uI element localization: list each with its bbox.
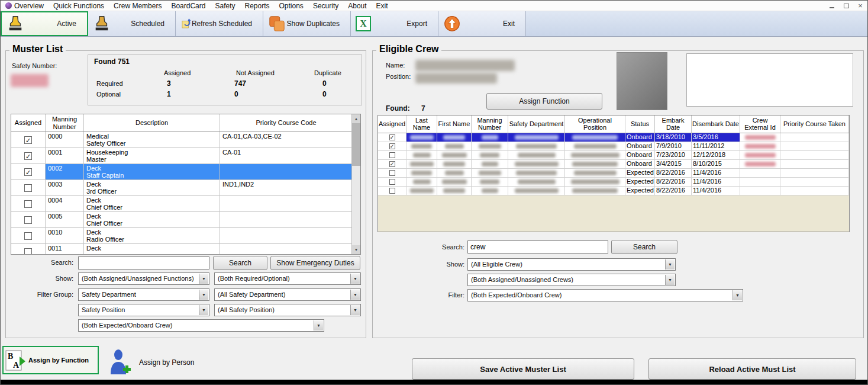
chevron-down-icon[interactable]: ▼ xyxy=(350,305,360,315)
reload-active-must-list-button[interactable]: Reload Active Must List xyxy=(648,358,856,380)
muster-row[interactable]: ✓0000MedicalSafety OfficerCA-01,CA-03,CE… xyxy=(11,132,353,148)
menu-item-reports[interactable]: Reports xyxy=(240,1,274,11)
menu-item-security[interactable]: Security xyxy=(308,1,343,11)
column-header-manning-number[interactable]: Manning Number xyxy=(46,114,84,131)
assign-function-button[interactable]: Assign Function xyxy=(486,93,602,110)
scroll-up-icon[interactable]: ▲ xyxy=(352,114,360,123)
minimize-button[interactable] xyxy=(825,1,839,11)
muster-search-input[interactable] xyxy=(78,256,209,270)
menu-item-crew-members[interactable]: Crew Members xyxy=(109,1,166,11)
chevron-down-icon[interactable]: ▼ xyxy=(199,305,208,315)
assigned-checkbox-cell[interactable] xyxy=(11,196,46,211)
assigned-checkbox-cell[interactable]: ✓ xyxy=(378,160,406,168)
chevron-down-icon[interactable]: ▼ xyxy=(199,290,208,300)
eligible-crew-row[interactable]: ✓Onboard3/4/20158/10/2015 xyxy=(378,160,849,169)
all-eligible-crew-dropdown[interactable]: (All Eligible Crew)▼ xyxy=(467,258,676,271)
assigned-unassigned-crews-dropdown[interactable]: (Both Assigned/Unassigned Crews)▼ xyxy=(467,274,676,286)
menu-item-options[interactable]: Options xyxy=(275,1,308,11)
column-header-manning-number[interactable]: Manning Number xyxy=(472,116,508,133)
muster-row[interactable]: 0003Deck3rd OfficerIND1,IND2 xyxy=(11,180,353,196)
muster-search-button[interactable]: Search xyxy=(213,256,267,270)
column-header-embark-date[interactable]: Embark Date xyxy=(655,116,692,133)
assigned-checkbox-cell[interactable]: ✓ xyxy=(11,148,46,163)
export-button[interactable]: X Export xyxy=(351,11,438,36)
column-header-first-name[interactable]: First Name xyxy=(437,116,472,133)
assigned-checkbox-cell[interactable] xyxy=(378,169,406,177)
column-header-disembark-date[interactable]: Disembark Date xyxy=(692,116,740,133)
show-duplicates-button[interactable]: Show Duplicates xyxy=(263,11,351,36)
chevron-down-icon[interactable]: ▼ xyxy=(350,274,360,284)
scrollbar-thumb[interactable] xyxy=(352,123,360,166)
eligible-search-input[interactable] xyxy=(467,240,608,254)
column-header-assigned[interactable]: Assigned xyxy=(378,116,406,133)
required-optional-dropdown[interactable]: (Both Required/Optional)▼ xyxy=(214,272,361,285)
assigned-checkbox-cell[interactable] xyxy=(11,180,46,195)
row-checkbox[interactable] xyxy=(24,248,32,255)
muster-row[interactable]: ✓0001HousekeepingMasterCA-01 xyxy=(11,148,353,164)
row-checkbox[interactable] xyxy=(389,188,395,194)
menu-item-about[interactable]: About xyxy=(343,1,371,11)
all-safety-department-dropdown[interactable]: (All Safety Department)▼ xyxy=(214,288,361,301)
safety-department-dropdown[interactable]: Safety Department▼ xyxy=(78,288,209,301)
row-checkbox[interactable]: ✓ xyxy=(24,136,32,144)
eligible-crew-row[interactable]: Expected8/22/201611/4/2016 xyxy=(378,178,849,187)
assigned-checkbox-cell[interactable]: ✓ xyxy=(11,132,46,147)
scheduled-button[interactable]: Scheduled xyxy=(88,11,176,36)
column-header-priority-course-code[interactable]: Priority Course Code xyxy=(220,114,353,131)
exit-button[interactable]: Exit xyxy=(438,11,526,36)
row-checkbox[interactable]: ✓ xyxy=(389,161,395,167)
menu-item-overview[interactable]: Overview xyxy=(1,1,49,11)
assigned-checkbox-cell[interactable]: ✓ xyxy=(11,164,46,179)
muster-row[interactable]: ✓0002DeckStaff Captain xyxy=(11,164,353,180)
assigned-checkbox-cell[interactable]: ✓ xyxy=(378,133,406,142)
eligible-expected-onboard-dropdown[interactable]: (Both Expected/Onboard Crew)▼ xyxy=(467,289,743,301)
column-header-operational-position[interactable]: Operational Position xyxy=(565,116,625,133)
show-functions-dropdown[interactable]: (Both Assigned/Unassigned Functions)▼ xyxy=(78,272,209,285)
eligible-search-button[interactable]: Search xyxy=(611,240,677,254)
row-checkbox[interactable] xyxy=(24,184,32,192)
assign-by-function-button[interactable]: B A Assign by Function xyxy=(2,346,99,374)
row-checkbox[interactable]: ✓ xyxy=(389,134,395,140)
row-checkbox[interactable] xyxy=(24,216,32,224)
maximize-button[interactable] xyxy=(839,1,853,11)
refresh-scheduled-button[interactable]: Refresh Scheduled xyxy=(176,11,263,36)
column-header-description[interactable]: Description xyxy=(84,114,220,131)
column-header-status[interactable]: Status xyxy=(625,116,655,133)
column-header-priority-course-taken[interactable]: Priority Course Taken xyxy=(780,116,849,133)
active-button[interactable]: Active xyxy=(1,11,88,36)
assigned-checkbox-cell[interactable] xyxy=(378,151,406,159)
chevron-down-icon[interactable]: ▼ xyxy=(733,290,742,300)
scroll-down-icon[interactable]: ▼ xyxy=(352,245,360,254)
safety-position-dropdown[interactable]: Safety Position▼ xyxy=(78,304,209,316)
show-emergency-duties-button[interactable]: Show Emergency Duties xyxy=(270,256,360,270)
menu-item-boardcard[interactable]: BoardCard xyxy=(166,1,210,11)
eligible-crew-row[interactable]: ✓Onboard3/18/20103/5/2016 xyxy=(378,133,849,142)
assigned-checkbox-cell[interactable] xyxy=(11,212,46,227)
muster-table-scrollbar[interactable]: ▲ ▼ xyxy=(351,114,360,254)
chevron-down-icon[interactable]: ▼ xyxy=(314,320,323,331)
chevron-down-icon[interactable]: ▼ xyxy=(665,259,675,270)
assigned-checkbox-cell[interactable]: ✓ xyxy=(378,142,406,150)
muster-row[interactable]: 0010DeckRadio Officer xyxy=(11,228,353,244)
row-checkbox[interactable]: ✓ xyxy=(24,168,32,176)
save-active-muster-list-button[interactable]: Save Active Muster List xyxy=(412,358,634,380)
row-checkbox[interactable]: ✓ xyxy=(389,143,395,149)
eligible-crew-row[interactable]: Expected8/22/201611/4/2016 xyxy=(378,169,849,178)
row-checkbox[interactable]: ✓ xyxy=(24,152,32,160)
row-checkbox[interactable] xyxy=(24,232,32,240)
column-header-crew-external-id[interactable]: Crew External Id xyxy=(740,116,780,133)
row-checkbox[interactable] xyxy=(389,170,395,176)
chevron-down-icon[interactable]: ▼ xyxy=(199,274,208,284)
assigned-checkbox-cell[interactable] xyxy=(11,244,46,255)
expected-onboard-dropdown[interactable]: (Both Expected/Onboard Crew)▼ xyxy=(78,319,324,332)
chevron-down-icon[interactable]: ▼ xyxy=(350,290,360,300)
eligible-crew-row[interactable]: ✓Onboard7/9/201011/11/2012 xyxy=(378,142,849,151)
chevron-down-icon[interactable]: ▼ xyxy=(665,275,675,285)
all-safety-position-dropdown[interactable]: (All Safety Position)▼ xyxy=(214,304,361,316)
row-checkbox[interactable] xyxy=(389,152,395,158)
muster-row[interactable]: 0004DeckChief Officer xyxy=(11,196,353,212)
column-header-assigned[interactable]: Assigned xyxy=(11,114,46,131)
muster-row[interactable]: 0011Deck xyxy=(11,244,353,255)
row-checkbox[interactable] xyxy=(389,179,395,185)
menu-item-quick-functions[interactable]: Quick Functions xyxy=(49,1,109,11)
